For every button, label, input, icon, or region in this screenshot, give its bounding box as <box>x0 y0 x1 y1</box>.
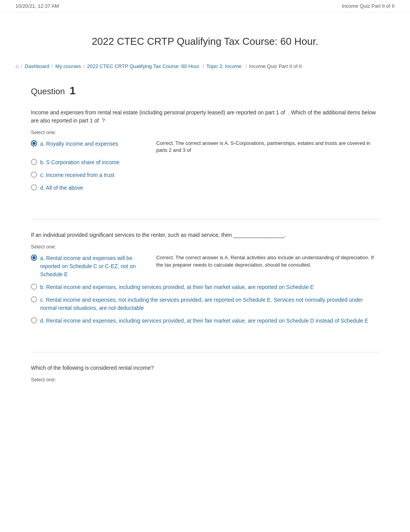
breadcrumb-course[interactable]: 2022 CTEC CRTP Qualifying Tax Course: 60… <box>87 63 200 69</box>
page-header: 2022 CTEC CRTP Qualifying Tax Course: 60… <box>0 12 410 59</box>
timestamp: 10/20/21, 12:37 AM <box>15 3 59 9</box>
option-text-1b: b. S Corporation share of income <box>40 158 379 167</box>
top-bar: 10/20/21, 12:37 AM Income Quiz Part II o… <box>0 0 410 12</box>
option-text-2b: b. Rental income and expenses, including… <box>40 283 379 291</box>
breadcrumb-topic[interactable]: Topic 2: Income <box>206 63 241 69</box>
select-one-label-1: Select one: <box>31 129 379 135</box>
question-text-3: Which of the following is considered ren… <box>31 364 379 372</box>
option-row-1d[interactable]: d. All of the above <box>31 183 379 193</box>
option-row-2c[interactable]: c. Rental income and expenses, not inclu… <box>31 295 379 313</box>
option-row-2a[interactable]: a. Rental income and expenses will be re… <box>31 253 379 279</box>
breadcrumb-dashboard[interactable]: Dashboard <box>25 63 49 69</box>
page-title: 2022 CTEC CRTP Qualifying Tax Course: 60… <box>15 36 395 48</box>
option-radio-2a[interactable] <box>31 255 37 261</box>
option-feedback-2a: Correct. The correct answer is A. Rental… <box>156 254 379 268</box>
option-radio-2d[interactable] <box>31 317 37 323</box>
question-block-1: Income and expenses from rental real est… <box>31 109 379 204</box>
content-area: Question 1 Income and expenses from rent… <box>0 77 410 425</box>
option-radio-1b[interactable] <box>31 159 37 165</box>
option-row-2b[interactable]: b. Rental income and expenses, including… <box>31 282 379 292</box>
question-header: Question 1 <box>31 81 379 101</box>
breadcrumb-my-courses[interactable]: My courses <box>55 63 81 69</box>
select-one-label-2: Select one: <box>31 244 379 250</box>
option-text-1c: c. Income received from a trust <box>40 171 379 179</box>
option-radio-1c[interactable] <box>31 172 37 178</box>
divider-1 <box>31 219 379 219</box>
option-radio-1d[interactable] <box>31 184 37 190</box>
question-text-2: If an individual provided significant se… <box>31 231 379 239</box>
home-icon[interactable]: ⌂ <box>15 63 19 69</box>
option-text-2a: a. Rental income and expenses will be re… <box>40 254 152 279</box>
option-text-2d: d. Rental income and expenses, including… <box>40 317 379 325</box>
option-text-2c: c. Rental income and expenses, not inclu… <box>40 296 379 312</box>
option-row-1a[interactable]: a. Royalty income and expenses Correct. … <box>31 139 379 155</box>
option-text-1d: d. All of the above <box>40 184 379 192</box>
option-radio-2b[interactable] <box>31 284 37 290</box>
question-block-2: If an individual provided significant se… <box>31 231 379 337</box>
option-row-1c[interactable]: c. Income received from a trust <box>31 170 379 180</box>
option-radio-1a[interactable] <box>31 140 37 146</box>
divider-2 <box>31 352 379 352</box>
question-text-1: Income and expenses from rental real est… <box>31 109 379 125</box>
question-number: 1 <box>69 85 76 97</box>
question-prefix: Question <box>31 87 65 96</box>
question-block-3: Which of the following is considered ren… <box>31 364 379 394</box>
option-row-1b[interactable]: b. S Corporation share of income <box>31 158 379 167</box>
option-text-1a: a. Royalty income and expenses <box>40 140 152 148</box>
option-feedback-1a: Correct. The correct answer is A. S-Corp… <box>156 140 379 154</box>
quiz-title-header: Income Quiz Part II of II <box>342 3 395 9</box>
select-one-label-3: Select one: <box>31 377 379 382</box>
option-row-2d[interactable]: d. Rental income and expenses, including… <box>31 316 379 326</box>
breadcrumb-current: Income Quiz Part II of II <box>249 63 302 69</box>
breadcrumb: ⌂ / Dashboard / My courses / 2022 CTEC C… <box>0 59 410 77</box>
option-radio-2c[interactable] <box>31 296 37 303</box>
